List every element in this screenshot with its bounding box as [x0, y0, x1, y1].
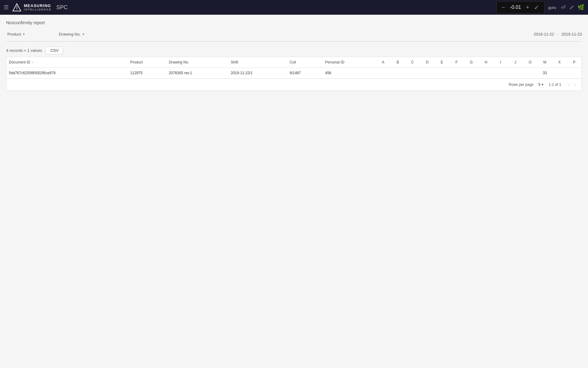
col-header-o[interactable]: O [523, 57, 537, 68]
col-header-personal-id[interactable]: Personal ID [323, 57, 376, 68]
col-header-c[interactable]: C [405, 57, 420, 68]
sort-asc-icon: ↑ [32, 61, 33, 64]
col-header-product[interactable]: Product [128, 57, 166, 68]
rows-per-page-select[interactable]: 5 ▼ [538, 82, 544, 87]
csv-button[interactable]: CSV [46, 47, 63, 54]
cell-c [405, 68, 420, 79]
cell-g [464, 68, 479, 79]
rows-per-page-label: Rows per page [509, 82, 533, 87]
expand-icon[interactable]: ⤢ [569, 4, 574, 11]
cell-e [435, 68, 449, 79]
col-header-m[interactable]: M [537, 57, 552, 68]
col-header-d[interactable]: D [420, 57, 435, 68]
cell-h [479, 68, 493, 79]
menu-icon[interactable]: ☰ [4, 4, 9, 11]
score-value: -0.01 [510, 5, 521, 10]
col-header-doc-id[interactable]: Document ID ↑ [6, 57, 128, 68]
cell-doc_id: 5dd767c6255f85002f6ce979 [6, 68, 128, 79]
rows-per-page-arrow: ▼ [541, 83, 544, 86]
product-filter-arrow: ▼ [22, 33, 25, 36]
data-table: Document ID ↑ Product Drawing No. Shift … [6, 57, 582, 79]
top-navigation: ☰ MEASURING INTELLIGENCE SPC − -0.01 + ✓… [0, 0, 588, 15]
pagination-nav: ‹ › [566, 81, 578, 88]
drawing-filter[interactable]: Drawing No. ▼ [58, 31, 125, 38]
data-table-container: Document ID ↑ Product Drawing No. Shift … [6, 57, 582, 91]
records-bar: 4 records = 1 values CSV [6, 47, 582, 54]
col-header-e[interactable]: E [435, 57, 449, 68]
date-separator: - [557, 32, 558, 36]
cell-b [390, 68, 405, 79]
col-header-a[interactable]: A [376, 57, 390, 68]
col-header-f[interactable]: F [449, 57, 464, 68]
col-header-x[interactable]: X [552, 57, 567, 68]
cell-drawing_no: 2078305 rev.1 [166, 68, 228, 79]
app-name: MEASURING INTELLIGENCE [24, 3, 51, 11]
product-filter-label: Product [7, 32, 21, 36]
cell-p [567, 68, 582, 79]
product-label: SPC [56, 4, 68, 11]
product-filter[interactable]: Product ▼ [6, 31, 55, 38]
prev-page-button[interactable]: ‹ [566, 81, 571, 88]
cell-personal_id: 456 [323, 68, 376, 79]
next-page-button[interactable]: › [573, 81, 578, 88]
col-header-g[interactable]: G [464, 57, 479, 68]
cell-j [508, 68, 523, 79]
logo: MEASURING INTELLIGENCE [12, 3, 51, 12]
logout-icon[interactable]: ⏎ [561, 4, 566, 11]
logo-icon [12, 3, 21, 12]
cell-coil: 9/1487 [287, 68, 323, 79]
col-header-h[interactable]: H [479, 57, 493, 68]
records-count: 4 records = 1 values [6, 48, 42, 53]
cell-shift: 2019-11-22/1 [228, 68, 287, 79]
check-icon[interactable]: ✓ [534, 4, 539, 11]
table-header-row: Document ID ↑ Product Drawing No. Shift … [6, 57, 582, 68]
col-header-drawing-no[interactable]: Drawing No. [166, 57, 228, 68]
filters-row: Product ▼ Drawing No. ▼ 2019-11-22 - 201… [6, 31, 582, 42]
page-title: Nonconfirmity report [6, 20, 582, 25]
col-header-coil[interactable]: Coil [287, 57, 323, 68]
rows-per-page-value: 5 [538, 82, 541, 87]
user-label: guru [548, 5, 556, 10]
score-plus-button[interactable]: + [526, 4, 529, 11]
cell-a [376, 68, 390, 79]
col-header-b[interactable]: B [390, 57, 405, 68]
col-header-shift[interactable]: Shift [228, 57, 287, 68]
score-area: − -0.01 + ✓ [496, 1, 545, 13]
col-header-j[interactable]: J [508, 57, 523, 68]
drawing-filter-arrow: ▼ [82, 33, 85, 36]
cell-x [552, 68, 567, 79]
cell-m: 33 [537, 68, 552, 79]
pagination-info: 1-1 of 1 [549, 82, 561, 87]
cell-f [449, 68, 464, 79]
cell-i [493, 68, 508, 79]
pagination-row: Rows per page 5 ▼ 1-1 of 1 ‹ › [6, 79, 582, 90]
col-header-i[interactable]: I [493, 57, 508, 68]
cell-o [523, 68, 537, 79]
date-from[interactable]: 2019-11-22 [534, 32, 554, 36]
cell-product: 112975 [128, 68, 166, 79]
cell-d [420, 68, 435, 79]
drawing-filter-label: Drawing No. [59, 32, 81, 36]
main-content: Nonconfirmity report Product ▼ Drawing N… [0, 15, 588, 96]
score-minus-button[interactable]: − [502, 4, 505, 11]
date-to[interactable]: 2019-11-23 [562, 32, 582, 36]
plant-icon: 🌿 [578, 4, 584, 11]
col-header-p[interactable]: P [567, 57, 582, 68]
table-row[interactable]: 5dd767c6255f85002f6ce9791129752078305 re… [6, 68, 582, 79]
